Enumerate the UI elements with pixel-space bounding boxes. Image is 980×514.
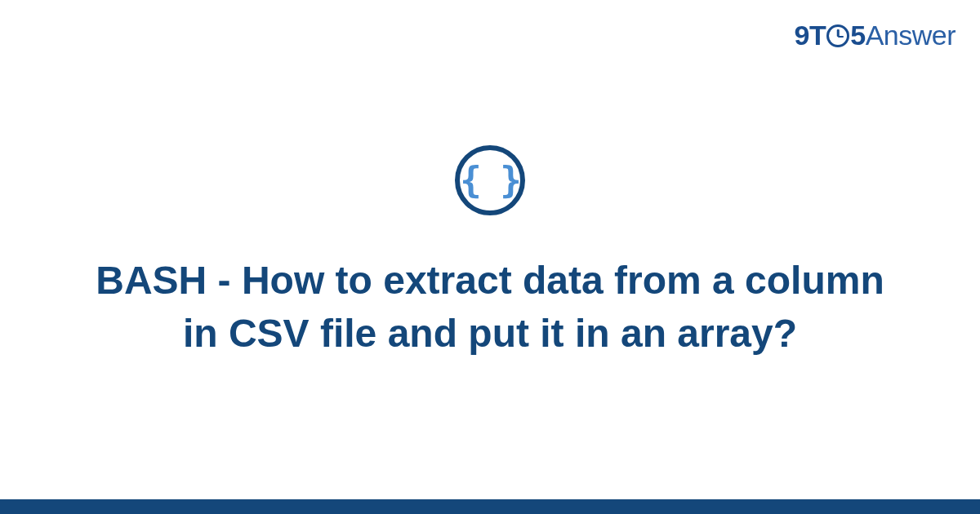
logo-t: T (809, 20, 826, 51)
site-logo: 9T5Answer (795, 20, 956, 51)
logo-five: 5 (850, 20, 865, 51)
clock-icon (826, 24, 849, 47)
category-icon-circle: { } (455, 145, 525, 215)
logo-answer: Answer (866, 20, 956, 51)
question-title: BASH - How to extract data from a column… (82, 255, 898, 361)
code-braces-icon: { } (460, 162, 519, 198)
main-content: { } BASH - How to extract data from a co… (0, 0, 980, 514)
logo-nine: 9 (795, 20, 809, 51)
footer-accent-bar (0, 499, 980, 514)
